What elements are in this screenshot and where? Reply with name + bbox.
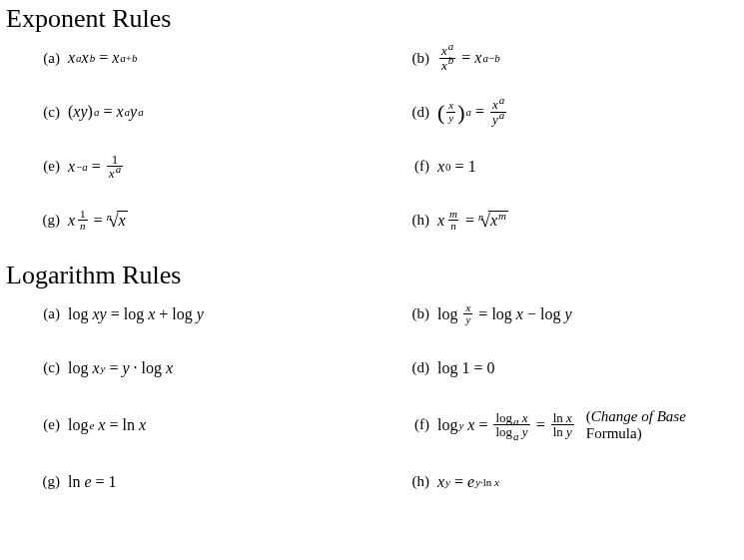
rule-row: (e) x−a = 1xa (f) x0 = 1 bbox=[36, 153, 738, 181]
rule-label: (e) bbox=[36, 158, 60, 175]
rule-cell: (a) log xy = log x + log y bbox=[36, 300, 405, 328]
rule-expression: logy x = loga x loga y = ln x ln y bbox=[437, 411, 576, 439]
rule-expression: loge x = ln x bbox=[68, 416, 146, 434]
rule-row: (a) xaxb = xa+b (b) xa xb = xa−b bbox=[36, 44, 738, 72]
rule-row: (e) loge x = ln x (f) logy x = loga x lo… bbox=[36, 408, 738, 442]
rule-cell: (h) xmn = n√xm bbox=[405, 207, 738, 235]
heading-exponent-rules: Exponent Rules bbox=[6, 4, 738, 34]
rule-label: (c) bbox=[36, 104, 60, 121]
logarithm-rules-list: (a) log xy = log x + log y (b) log xy = … bbox=[36, 300, 738, 496]
rule-annotation: (Change of Base Formula) bbox=[586, 408, 738, 442]
rule-label: (g) bbox=[36, 473, 60, 490]
rule-label: (g) bbox=[36, 212, 60, 229]
rule-expression: ln e = 1 bbox=[68, 473, 117, 491]
rule-label: (h) bbox=[405, 473, 429, 490]
rule-label: (a) bbox=[36, 305, 60, 322]
rule-label: (e) bbox=[36, 416, 60, 433]
rule-cell: (g) ln e = 1 bbox=[36, 468, 405, 496]
rule-label: (a) bbox=[36, 50, 60, 67]
rule-expression: ( xy )a = xa ya bbox=[437, 98, 508, 126]
page: Exponent Rules (a) xaxb = xa+b (b) xa xb bbox=[0, 0, 744, 542]
rule-expression: (xy)a = xaya bbox=[68, 103, 144, 121]
rule-cell: (b) xa xb = xa−b bbox=[405, 44, 738, 72]
rule-cell: (g) x1n = n√x bbox=[36, 207, 405, 235]
rule-expression: log xy = log x + log y bbox=[68, 305, 204, 323]
rule-cell: (e) loge x = ln x bbox=[36, 408, 405, 442]
rule-expression: x1n = n√x bbox=[68, 209, 128, 233]
rule-expression: xa xb = xa−b bbox=[437, 44, 500, 72]
rule-cell: (c) (xy)a = xaya bbox=[36, 98, 405, 126]
rule-row: (g) ln e = 1 (h) xy = ey·ln x bbox=[36, 468, 738, 496]
rule-cell: (f) x0 = 1 bbox=[405, 153, 738, 181]
rule-label: (b) bbox=[405, 50, 429, 67]
exponent-rules-list: (a) xaxb = xa+b (b) xa xb = xa−b bbox=[36, 44, 738, 235]
rule-expression: xmn = n√xm bbox=[437, 209, 508, 233]
rule-label: (c) bbox=[36, 359, 60, 376]
rule-label: (b) bbox=[405, 305, 429, 322]
rule-cell: (c) log xy = y·log x bbox=[36, 354, 405, 382]
rule-row: (a) log xy = log x + log y (b) log xy = … bbox=[36, 300, 738, 328]
rule-expression: x−a = 1xa bbox=[68, 153, 125, 181]
rule-label: (h) bbox=[405, 212, 429, 229]
rule-expression: xaxb = xa+b bbox=[68, 49, 138, 67]
rule-cell: (f) logy x = loga x loga y = ln x ln y (… bbox=[405, 408, 738, 442]
rule-cell: (d) ( xy )a = xa ya bbox=[405, 98, 738, 126]
rule-cell: (a) xaxb = xa+b bbox=[36, 44, 405, 72]
rule-label: (f) bbox=[405, 416, 429, 433]
rule-expression: log xy = y·log x bbox=[68, 359, 173, 377]
rule-cell: (b) log xy = log x − log y bbox=[405, 300, 738, 328]
rule-cell: (e) x−a = 1xa bbox=[36, 153, 405, 181]
rule-expression: log 1 = 0 bbox=[437, 359, 494, 377]
rule-cell: (h) xy = ey·ln x bbox=[405, 468, 738, 496]
rule-row: (c) log xy = y·log x (d) log 1 = 0 bbox=[36, 354, 738, 382]
rule-expression: xy = ey·ln x bbox=[437, 473, 499, 491]
rule-expression: x0 = 1 bbox=[437, 158, 476, 176]
rule-label: (d) bbox=[405, 359, 429, 376]
rule-label: (f) bbox=[405, 158, 429, 175]
rule-label: (d) bbox=[405, 104, 429, 121]
heading-logarithm-rules: Logarithm Rules bbox=[6, 261, 738, 290]
rule-expression: log xy = log x − log y bbox=[437, 302, 572, 326]
rule-cell: (d) log 1 = 0 bbox=[405, 354, 738, 382]
rule-row: (c) (xy)a = xaya (d) ( xy )a = xa ya bbox=[36, 98, 738, 126]
rule-row: (g) x1n = n√x (h) xmn = n√xm bbox=[36, 207, 738, 235]
